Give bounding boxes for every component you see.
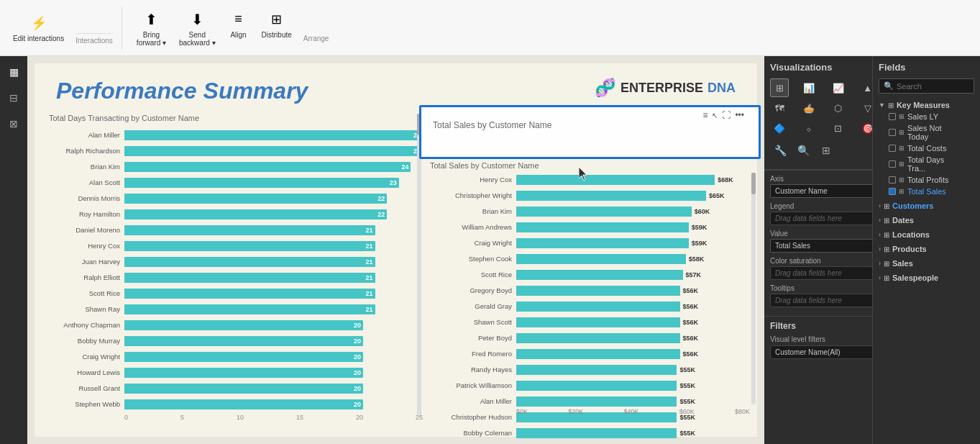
field-sales-not-today[interactable]: ⊞ Sales Not Today: [879, 122, 974, 142]
viz-table-icon[interactable]: ⊞: [770, 78, 789, 97]
field-total-profits[interactable]: ⊞ Total Profits: [879, 174, 974, 186]
left-bar-container: 25: [124, 146, 423, 156]
field-total-costs[interactable]: ⊞ Total Costs: [879, 142, 974, 154]
left-bar-row: Henry Cox21: [49, 239, 423, 253]
key-measures-name: Key Measures: [897, 101, 950, 109]
sales-header[interactable]: › ⊞ Sales: [879, 258, 974, 269]
more-options-icon[interactable]: •••: [735, 110, 744, 120]
left-bar-label: Stephen Webb: [49, 400, 124, 408]
right-bar-row: William Andrews$59K: [430, 220, 750, 234]
total-sales-name: Total Sales: [907, 187, 946, 196]
total-profits-checkbox: [889, 176, 896, 184]
locations-name: Locations: [892, 230, 930, 239]
right-bar-value: $56K: [683, 287, 699, 294]
distribute-icon: ⊞: [267, 9, 287, 30]
align-button[interactable]: ≡ Align: [223, 6, 255, 50]
viz-map-icon[interactable]: 🗺: [770, 99, 789, 117]
interactions-label: Interactions: [75, 33, 113, 45]
dna-icon: 🧬: [595, 78, 616, 98]
customers-header[interactable]: › ⊞ Customers: [879, 200, 974, 212]
hamburger-icon[interactable]: ≡: [702, 110, 707, 120]
right-bar-label: Patrick Williamson: [430, 381, 516, 389]
right-bar-container: $65K: [516, 191, 750, 201]
right-bar-container: $56K: [516, 333, 750, 343]
right-bar-value: $68K: [718, 176, 733, 184]
analytics-icon[interactable]: 🔍: [793, 140, 813, 160]
viz-treemap-icon[interactable]: ⊡: [829, 119, 848, 137]
left-bar-label: Dennis Morris: [49, 194, 124, 202]
selection-popup[interactable]: ≡ ↖ ⛶ ••• Total Sales by Customer Name: [419, 105, 761, 159]
send-backward-button[interactable]: ⬇ Sendbackward ▾: [173, 6, 221, 50]
sales-not-today-checkbox: [889, 129, 896, 136]
left-sidebar: ▦ ⊟ ⊠: [0, 56, 27, 444]
left-bar-container: 20: [124, 384, 423, 394]
field-sales-ly[interactable]: ⊞ Sales LY: [879, 111, 974, 122]
field-total-sales[interactable]: ⊞ Total Sales: [879, 186, 974, 197]
field-section-dates: › ⊞ Dates: [879, 214, 974, 226]
fields-icon[interactable]: ⊞: [816, 140, 836, 160]
viz-bar-icon[interactable]: 📊: [800, 78, 818, 97]
right-bar-row: Bobby Coleman$55K: [430, 426, 750, 440]
total-sales-checkbox: [889, 188, 896, 195]
search-box[interactable]: 🔍: [879, 78, 974, 94]
total-days-checkbox: [889, 160, 896, 168]
left-bar-fill: 21: [124, 273, 375, 283]
right-bar-label: Christopher Wright: [430, 191, 516, 199]
left-bar-row: Roy Hamilton22: [49, 207, 423, 221]
right-bar-fill: [516, 428, 677, 438]
bring-forward-button[interactable]: ⬆ Bringforward ▾: [131, 6, 172, 50]
left-bar-container: 20: [124, 352, 423, 362]
edit-interactions-button[interactable]: ⚡ Edit interactions: [7, 10, 70, 45]
right-bar-label: Bobby Coleman: [430, 429, 516, 437]
customers-icon: ⊞: [884, 202, 889, 210]
format-icon[interactable]: 🔧: [770, 140, 790, 160]
left-bar-value: 22: [377, 195, 385, 202]
right-bar-row: Brian Kim$60K: [430, 204, 750, 218]
search-input[interactable]: [897, 82, 969, 91]
right-bar-label: Randy Hayes: [430, 366, 516, 373]
left-bar-container: 20: [124, 320, 423, 330]
viz-line-icon[interactable]: 📈: [829, 78, 848, 97]
left-bar-container: 25: [124, 130, 423, 140]
viz-waterfall-icon[interactable]: ⬦: [800, 119, 818, 137]
left-bar-fill: 22: [124, 209, 387, 219]
left-bar-fill: 21: [124, 225, 375, 235]
left-bar-value: 21: [366, 243, 373, 250]
table-sidebar-icon[interactable]: ⊟: [2, 86, 25, 109]
field-total-days[interactable]: ⊞ Total Days Tra...: [879, 154, 974, 174]
left-bar-value: 21: [366, 258, 373, 266]
left-bar-container: 21: [124, 273, 423, 283]
left-bar-container: 20: [124, 368, 423, 378]
right-bar-container: $55K: [516, 381, 750, 391]
right-bar-fill: [516, 286, 680, 296]
right-bar-fill: [516, 175, 715, 185]
total-costs-checkbox: [889, 145, 896, 152]
report-title: Performance Summary: [56, 78, 308, 104]
edit-interactions-label: Edit interactions: [13, 35, 64, 42]
left-bar-container: 22: [124, 194, 423, 204]
viz-pie-icon[interactable]: 🥧: [800, 99, 818, 117]
bar-chart-sidebar-icon[interactable]: ▦: [2, 60, 25, 83]
locations-header[interactable]: › ⊞ Locations: [879, 229, 974, 240]
distribute-button[interactable]: ⊞ Distribute: [256, 6, 298, 50]
right-bar-container: $59K: [516, 238, 750, 248]
left-bar-value: 21: [366, 274, 373, 281]
viz-donut-icon[interactable]: ⬡: [829, 99, 848, 117]
key-measures-header[interactable]: ▼ ⊞ Key Measures: [879, 99, 974, 111]
salespeople-header[interactable]: › ⊞ Salespeople: [879, 272, 974, 284]
left-bar-fill: 20: [124, 336, 363, 346]
products-header[interactable]: › ⊞ Products: [879, 243, 974, 255]
right-bar-value: $55K: [679, 382, 695, 389]
external-link-icon[interactable]: ⛶: [722, 110, 731, 120]
viz-ribbon-icon[interactable]: 🔷: [770, 119, 789, 137]
settings-sidebar-icon[interactable]: ⊠: [2, 112, 25, 135]
right-bar-label: Henry Cox: [430, 176, 516, 184]
left-bar-label: Alan Miller: [49, 131, 124, 139]
left-bar-label: Russell Grant: [49, 384, 124, 392]
left-bar-fill: 22: [124, 194, 387, 204]
dates-header[interactable]: › ⊞ Dates: [879, 214, 974, 226]
right-bar-container: $56K: [516, 302, 750, 312]
left-bar-row: Alan Miller25: [49, 128, 423, 142]
right-bar-row: Gerald Gray$56K: [430, 299, 750, 313]
right-scroll[interactable]: [751, 173, 756, 404]
